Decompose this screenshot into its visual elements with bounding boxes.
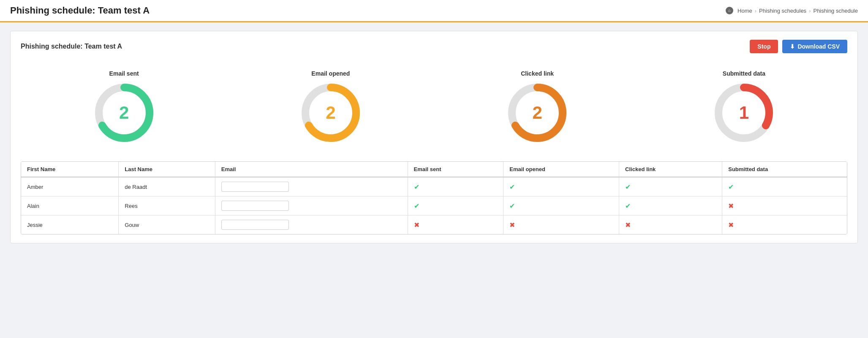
main-card: Phishing schedule: Team test A Stop ⬇ Do…	[10, 31, 858, 243]
results-table: First NameLast NameEmailEmail sentEmail …	[21, 162, 847, 234]
table-cell: Gouw	[119, 215, 215, 234]
card-title: Phishing schedule: Team test A	[21, 43, 122, 50]
page-title: Phishing schedule: Team test A	[10, 5, 150, 16]
table-column-header: First Name	[21, 162, 119, 177]
table-cell-boolean: ✔	[619, 177, 722, 196]
donut-chart: 2	[93, 81, 156, 144]
table-row: AlainRees✔✔✔✖	[21, 196, 847, 215]
check-icon: ✔	[625, 183, 631, 191]
table-body: Amberde Raadt✔✔✔✔AlainRees✔✔✔✖JessieGouw…	[21, 177, 847, 234]
table-cell-boolean: ✔	[408, 196, 503, 215]
check-icon: ✔	[414, 202, 419, 210]
table-column-header: Email sent	[408, 162, 503, 177]
card-actions: Stop ⬇ Download CSV	[750, 40, 847, 53]
table-cell-boolean: ✔	[722, 177, 847, 196]
table-cell-boolean: ✖	[722, 215, 847, 234]
table-row: Amberde Raadt✔✔✔✔	[21, 177, 847, 196]
charts-row: Email sent 2Email opened 2Clicked link 2…	[21, 62, 847, 157]
table-cell-boolean: ✔	[408, 177, 503, 196]
check-icon: ✔	[728, 183, 734, 191]
chart-item: Clicked link 2	[506, 70, 569, 144]
chart-item: Email sent 2	[93, 70, 156, 144]
cross-icon: ✖	[625, 221, 631, 229]
table-cell-boolean: ✖	[503, 215, 619, 234]
table-cell-boolean: ✖	[722, 196, 847, 215]
email-input[interactable]	[221, 220, 289, 230]
download-label: Download CSV	[797, 43, 840, 50]
chart-item: Email opened 2	[299, 70, 362, 144]
check-icon: ✔	[625, 202, 631, 210]
download-csv-button[interactable]: ⬇ Download CSV	[782, 40, 847, 53]
table-cell: de Raadt	[119, 177, 215, 196]
table-cell-email	[215, 215, 408, 234]
check-icon: ✔	[509, 202, 515, 210]
download-icon: ⬇	[790, 43, 795, 50]
table-cell: Amber	[21, 177, 119, 196]
table-header-row: First NameLast NameEmailEmail sentEmail …	[21, 162, 847, 177]
chart-item: Submitted data 1	[712, 70, 775, 144]
table-cell-email	[215, 196, 408, 215]
check-icon: ✔	[414, 183, 419, 191]
donut-chart: 2	[506, 81, 569, 144]
card-header: Phishing schedule: Team test A Stop ⬇ Do…	[21, 40, 847, 53]
breadcrumb-home[interactable]: Home	[737, 8, 752, 14]
chart-label: Email opened	[311, 70, 350, 77]
cross-icon: ✖	[509, 221, 515, 229]
home-icon: ⌂	[726, 7, 733, 14]
donut-value: 1	[739, 103, 749, 123]
donut-chart: 1	[712, 81, 775, 144]
breadcrumb-phishing-schedules[interactable]: Phishing schedules	[759, 8, 806, 14]
table-cell-boolean: ✖	[408, 215, 503, 234]
chart-label: Email sent	[109, 70, 139, 77]
table-cell-email	[215, 177, 408, 196]
top-header: Phishing schedule: Team test A ⌂ Home › …	[0, 0, 868, 22]
table-row: JessieGouw✖✖✖✖	[21, 215, 847, 234]
table-column-header: Last Name	[119, 162, 215, 177]
table-column-header: Submitted data	[722, 162, 847, 177]
chart-label: Submitted data	[723, 70, 765, 77]
table-cell-boolean: ✔	[503, 177, 619, 196]
table-cell: Alain	[21, 196, 119, 215]
cross-icon: ✖	[728, 221, 734, 229]
email-input[interactable]	[221, 201, 289, 211]
chart-label: Clicked link	[521, 70, 554, 77]
table-cell: Rees	[119, 196, 215, 215]
table-column-header: Email	[215, 162, 408, 177]
donut-value: 2	[119, 103, 129, 123]
cross-icon: ✖	[728, 202, 734, 210]
table-cell-boolean: ✖	[619, 215, 722, 234]
cross-icon: ✖	[414, 221, 419, 229]
table-cell-boolean: ✔	[503, 196, 619, 215]
breadcrumb-sep-1: ›	[755, 8, 756, 14]
email-input[interactable]	[221, 182, 289, 192]
check-icon: ✔	[509, 183, 515, 191]
stop-button[interactable]: Stop	[750, 40, 778, 53]
table-column-header: Email opened	[503, 162, 619, 177]
breadcrumb: ⌂ Home › Phishing schedules › Phishing s…	[726, 7, 858, 14]
table-cell: Jessie	[21, 215, 119, 234]
table-wrapper: First NameLast NameEmailEmail sentEmail …	[21, 161, 847, 234]
table-cell-boolean: ✔	[619, 196, 722, 215]
donut-value: 2	[532, 103, 542, 123]
table-column-header: Clicked link	[619, 162, 722, 177]
main-content: Phishing schedule: Team test A Stop ⬇ Do…	[0, 22, 868, 252]
donut-chart: 2	[299, 81, 362, 144]
table-head: First NameLast NameEmailEmail sentEmail …	[21, 162, 847, 177]
donut-value: 2	[326, 103, 335, 123]
breadcrumb-current: Phishing schedule	[813, 8, 858, 14]
breadcrumb-sep-2: ›	[809, 8, 811, 14]
